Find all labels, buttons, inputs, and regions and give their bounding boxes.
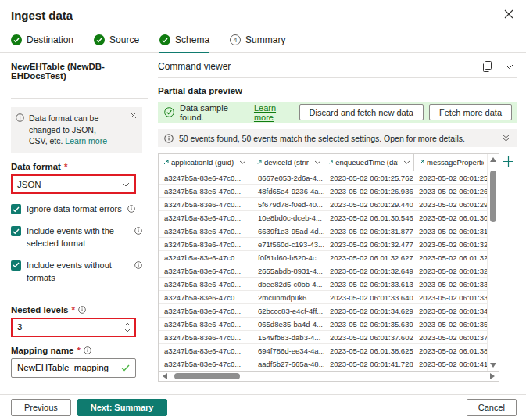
table-row[interactable]: a3247b5a-83e6-47c0...48fd65e4-9236-4a...… [159,185,487,198]
chevron-down-icon[interactable] [505,64,513,70]
table-cell: 2023-05-02 06:01:31.8770 [324,227,413,235]
nested-levels-input[interactable] [17,322,103,332]
ingest-data-dialog: Ingest data Destination Source Schema 4 [0,0,526,420]
info-box-close-icon[interactable] [130,112,137,119]
step-schema[interactable]: Schema [159,34,209,52]
table-cell: 2023-05-02 06:01:35.6410 [413,320,487,328]
horizontal-scrollbar[interactable] [159,371,499,381]
table-cell: 2023-05-02 06:01:34.6270 [413,307,487,315]
learn-more-link[interactable]: Learn more [65,136,107,145]
table-cell: a3247b5a-83e6-47c0... [159,227,252,235]
banner-message: Data sample found. [180,103,247,122]
column-header-messageproperties[interactable]: messageProperties_iothub-creat [413,154,487,171]
table-cell: 2023-05-02 06:01:32.6240 [413,253,487,262]
table-row[interactable]: a3247b5a-83e6-47c0...1549fb83-dab3-4...2… [159,331,487,344]
checkbox-checked-icon[interactable] [11,204,21,214]
info-box-text: Data format can be changed to JSON, CSV,… [29,113,116,147]
mapping-name-input[interactable] [12,363,112,372]
scroll-left-icon[interactable] [163,373,167,379]
table-row[interactable]: a3247b5a-83e6-47c0...dbee82d5-c0bb-4...2… [159,278,487,291]
table-cell: 2023-05-02 06:01:26.9360 [324,187,413,196]
discard-and-fetch-button[interactable]: Discard and fetch new data [299,104,424,120]
table-row[interactable]: a3247b5a-83e6-47c0...e71f560d-c193-43...… [159,238,487,251]
column-header-enqueuedtime[interactable]: enqueuedTime (datetime) [324,154,413,171]
double-chevron-down-icon[interactable] [502,134,510,142]
preview-panel: Command viewer Partial data preview Data… [158,53,517,394]
step-source[interactable]: Source [94,34,139,52]
info-icon[interactable] [134,227,142,250]
column-header-applicationid[interactable]: applicationId (guid) [159,154,252,171]
table-cell: a3247b5a-83e6-47c0... [159,253,252,262]
chevron-down-icon[interactable] [239,160,246,164]
table-row[interactable]: a3247b5a-83e6-47c0...5f679d78-f0ed-40...… [159,198,487,211]
chevron-down-icon[interactable] [314,160,321,164]
command-viewer-header: Command viewer [158,61,517,72]
scroll-up-icon[interactable] [490,157,496,162]
table-row[interactable]: a3247b5a-83e6-47c0...8667e053-2d6a-4...2… [159,171,487,185]
table-cell: 2023-05-02 06:01:41.7270 [413,360,487,368]
horizontal-scroll-thumb[interactable] [174,373,240,379]
chevron-down-icon[interactable] [403,160,410,164]
events-found-text: 50 events found, 50 events match the sel… [179,134,465,143]
stepper-up-icon[interactable] [124,322,131,326]
info-icon[interactable] [78,306,86,314]
stepper-arrows [124,322,134,332]
table-row[interactable]: a3247b5a-83e6-47c0...694f786d-ee34-4a...… [159,344,487,357]
table-cell: 2023-05-02 06:01:35.6390 [324,320,413,328]
table-cell: dbee82d5-c0bb-4... [252,280,324,289]
table-row[interactable]: a3247b5a-83e6-47c0...f0f81d60-b520-4c...… [159,251,487,264]
info-icon[interactable] [134,261,142,285]
table-row[interactable]: a3247b5a-83e6-47c0...065d8e35-ba4d-4...2… [159,318,487,331]
checkbox-row-include-with-format: Include events with the selected format [11,225,142,250]
column-type-icon [329,160,333,165]
checkbox-checked-icon[interactable] [11,260,21,271]
scroll-down-icon[interactable] [490,363,496,368]
table-cell: a3247b5a-83e6-47c0... [159,280,252,289]
copy-icon[interactable] [482,61,492,72]
check-circle-icon [11,34,22,45]
column-type-icon [163,160,169,165]
learn-more-link[interactable]: Learn more [254,103,294,122]
next-summary-button[interactable]: Next: Summary [77,399,167,416]
step-summary[interactable]: 4 Summary [230,34,285,52]
previous-button[interactable]: Previous [11,399,71,416]
table-row[interactable]: a3247b5a-83e6-47c0...62bccc83-e4cf-4ff..… [159,304,487,318]
step-label: Schema [175,34,209,45]
schema-settings-panel: NewEHTable (NewDB-EHDocsTest) Data forma… [11,53,148,394]
fetch-more-data-button[interactable]: Fetch more data [429,104,512,120]
step-destination[interactable]: Destination [11,34,73,52]
vertical-scroll-thumb[interactable] [490,171,496,222]
table-row[interactable]: a3247b5a-83e6-47c0...6639f1e3-95ad-4d...… [159,224,487,238]
table-row[interactable]: a3247b5a-83e6-47c0...2mcunmdpuk62023-05-… [159,291,487,304]
add-column-strip [499,153,517,167]
table-cell: 1549fb83-dab3-4... [252,333,324,342]
checkbox-checked-icon[interactable] [11,226,21,236]
table-cell: 2mcunmdpuk6 [252,293,324,302]
vertical-scrollbar[interactable] [487,154,499,371]
cancel-button[interactable]: Cancel [467,399,517,416]
partial-data-preview-title: Partial data preview [158,86,517,95]
table-cell: a3247b5a-83e6-47c0... [159,307,252,315]
nested-levels-label-text: Nested levels [11,305,69,314]
table-cell: 2023-05-02 06:01:38.6160 [413,346,487,355]
target-table-title: NewEHTable (NewDB-EHDocsTest) [11,62,148,81]
table-row[interactable]: a3247b5a-83e6-47c0...2655abdb-8931-4...2… [159,264,487,278]
info-icon[interactable] [127,205,135,216]
stepper-down-icon[interactable] [124,328,131,332]
table-row[interactable]: a3247b5a-83e6-47c0...aadf5b27-665a-48...… [159,357,487,371]
close-icon[interactable] [501,6,517,22]
column-header-deviceid[interactable]: deviceId (string) [252,154,324,171]
data-format-info-box: Data format can be changed to JSON, CSV,… [11,107,142,153]
info-icon[interactable] [84,346,91,354]
table-cell: 2023-05-02 06:01:25.7620 [324,174,413,182]
data-sample-banner: Data sample found. Learn more Discard an… [158,102,517,123]
scroll-right-icon[interactable] [490,373,495,379]
mapping-name-label-text: Mapping name [11,346,74,355]
required-mark: * [77,346,81,355]
data-format-dropdown[interactable]: JSON [11,174,136,194]
add-column-icon[interactable] [503,156,514,167]
table-cell: 2023-05-02 06:01:32.4770 [324,240,413,249]
table-row[interactable]: a3247b5a-83e6-47c0...10e8bd0c-dceb-4...2… [159,211,487,224]
table-cell: a3247b5a-83e6-47c0... [159,200,252,209]
table-cell: 2023-05-02 06:01:32.6270 [324,253,413,262]
